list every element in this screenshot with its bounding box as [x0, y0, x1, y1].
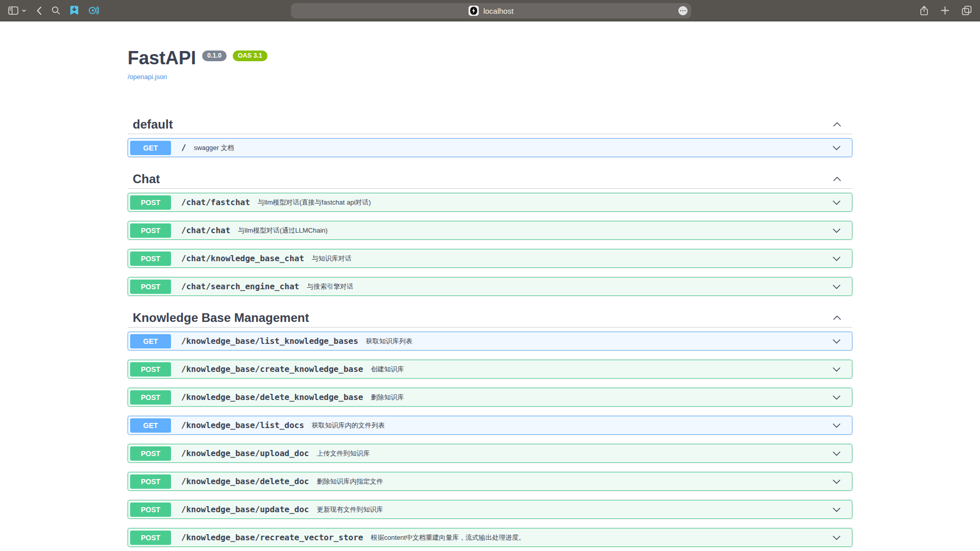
expand-operation-button[interactable] — [831, 143, 842, 153]
expand-operation-button[interactable] — [831, 197, 842, 208]
chevron-down-icon — [831, 477, 842, 487]
operation-summary: 删除知识库 — [371, 393, 404, 402]
tab-overview-icon — [962, 6, 972, 15]
expand-operation-button[interactable] — [831, 254, 842, 264]
url-text: localhost — [483, 7, 513, 15]
method-badge: GET — [130, 418, 171, 433]
bookmark-extension-button[interactable] — [70, 6, 79, 15]
new-tab-icon — [941, 6, 949, 15]
search-button[interactable] — [52, 6, 60, 15]
rings-extension-button[interactable] — [88, 6, 99, 15]
operation-summary: 与llm模型对话(通过LLMChain) — [238, 226, 328, 235]
chevron-up-icon — [832, 119, 842, 130]
openapi-json-link[interactable]: /openapi.json — [128, 73, 167, 81]
opblock-post-chat-chat[interactable]: POST/chat/chat与llm模型对话(通过LLMChain) — [128, 221, 852, 240]
opblock-post-knowledge-base-delete-knowledge-base[interactable]: POST/knowledge_base/delete_knowledge_bas… — [128, 388, 852, 407]
tag-section-knowledge-base-management: Knowledge Base ManagementGET/knowledge_b… — [128, 305, 852, 547]
operation-path: /knowledge_base/upload_doc — [181, 448, 309, 458]
expand-operation-button[interactable] — [831, 336, 842, 346]
tag-title: Knowledge Base Management — [133, 310, 309, 325]
search-icon — [52, 6, 60, 15]
expand-operation-button[interactable] — [831, 392, 842, 403]
expand-operation-button[interactable] — [831, 282, 842, 292]
tag-header-default[interactable]: default — [128, 112, 852, 134]
chevron-down-icon — [831, 143, 842, 153]
chevron-down-icon — [831, 254, 842, 264]
expand-operation-button[interactable] — [831, 448, 842, 459]
address-bar[interactable]: localhost — [291, 3, 691, 18]
expand-operation-button[interactable] — [831, 226, 842, 236]
share-button[interactable] — [920, 6, 928, 16]
sidebar-menu-chevron-icon — [21, 9, 27, 13]
operation-path: /knowledge_base/create_knowledge_base — [181, 364, 363, 374]
chevron-up-icon — [832, 313, 842, 323]
expand-operation-button[interactable] — [831, 533, 842, 543]
version-badge: 0.1.0 — [202, 51, 227, 61]
opblock-post-chat-search-engine-chat[interactable]: POST/chat/search_engine_chat与搜索引擎对话 — [128, 277, 852, 296]
method-badge: POST — [130, 252, 171, 266]
operation-path: /knowledge_base/delete_doc — [181, 477, 309, 486]
opblock-get-knowledge-base-list-knowledge-bases[interactable]: GET/knowledge_base/list_knowledge_bases获… — [128, 332, 852, 350]
method-badge: POST — [130, 362, 171, 377]
operation-summary: 根据content中文档重建向量库，流式输出处理进度。 — [371, 533, 525, 542]
tag-title: Chat — [133, 171, 160, 186]
tag-header-chat[interactable]: Chat — [128, 166, 852, 189]
operation-summary: 更新现有文件到知识库 — [316, 505, 383, 514]
operation-path: /knowledge_base/update_doc — [181, 505, 309, 514]
sidebar-icon — [8, 6, 19, 15]
sidebar-toggle-button[interactable] — [8, 6, 27, 15]
opblock-post-chat-knowledge-base-chat[interactable]: POST/chat/knowledge_base_chat与知识库对话 — [128, 249, 852, 268]
method-badge: POST — [130, 223, 171, 238]
tag-header-knowledge-base-management[interactable]: Knowledge Base Management — [128, 305, 852, 328]
api-info: FastAPI 0.1.0 OAS 3.1 /openapi.json — [128, 47, 852, 81]
operation-path: /chat/knowledge_base_chat — [181, 254, 304, 263]
opblock-get-knowledge-base-list-docs[interactable]: GET/knowledge_base/list_docs获取知识库内的文件列表 — [128, 416, 852, 435]
operation-summary: 获取知识库列表 — [366, 337, 412, 346]
operation-summary: 创建知识库 — [371, 365, 404, 374]
opblock-post-knowledge-base-update-doc[interactable]: POST/knowledge_base/update_doc更新现有文件到知识库 — [128, 500, 852, 519]
browser-chrome: localhost — [0, 0, 980, 21]
opblock-post-chat-fastchat[interactable]: POST/chat/fastchat与llm模型对话(直接与fastchat a… — [128, 193, 852, 212]
back-button[interactable] — [36, 6, 42, 15]
opblock-post-knowledge-base-create-knowledge-base[interactable]: POST/knowledge_base/create_knowledge_bas… — [128, 360, 852, 379]
method-badge: POST — [130, 474, 171, 489]
operation-path: /knowledge_base/list_docs — [181, 420, 304, 430]
method-badge: POST — [130, 390, 171, 405]
page-title: FastAPI — [128, 47, 196, 69]
toolbar-right — [908, 6, 972, 16]
method-badge: GET — [130, 334, 171, 348]
operation-path: /chat/fastchat — [181, 197, 250, 207]
method-badge: POST — [130, 446, 171, 461]
bookmark-extension-icon — [70, 6, 79, 15]
chevron-down-icon — [831, 505, 842, 515]
operation-summary: 与llm模型对话(直接与fastchat api对话) — [258, 198, 371, 207]
more-ellipsis-icon — [678, 6, 688, 16]
method-badge: POST — [130, 195, 171, 210]
operations-list: GET/swagger 文档 — [128, 134, 852, 157]
operation-path: /knowledge_base/recreate_vector_store — [181, 533, 363, 542]
new-tab-button[interactable] — [941, 6, 949, 15]
address-site: localhost — [469, 6, 513, 16]
rings-extension-icon — [88, 6, 99, 15]
chevron-down-icon — [831, 282, 842, 292]
operation-summary: 删除知识库内指定文件 — [316, 477, 383, 486]
method-badge: POST — [130, 503, 171, 517]
operation-summary: 与知识库对话 — [312, 254, 352, 263]
operation-summary: 上传文件到知识库 — [316, 449, 370, 458]
chevron-down-icon — [831, 336, 842, 346]
expand-operation-button[interactable] — [831, 364, 842, 374]
operation-path: /knowledge_base/list_knowledge_bases — [181, 336, 358, 346]
tab-overview-button[interactable] — [962, 6, 972, 15]
page-settings-button[interactable] — [678, 6, 688, 18]
expand-operation-button[interactable] — [831, 505, 842, 515]
chevron-down-icon — [831, 392, 842, 403]
opblock-post-knowledge-base-upload-doc[interactable]: POST/knowledge_base/upload_doc上传文件到知识库 — [128, 444, 852, 463]
expand-operation-button[interactable] — [831, 420, 842, 431]
opblock-post-knowledge-base-delete-doc[interactable]: POST/knowledge_base/delete_doc删除知识库内指定文件 — [128, 472, 852, 491]
opblock-post-knowledge-base-recreate-vector-store[interactable]: POST/knowledge_base/recreate_vector_stor… — [128, 528, 852, 547]
operations-list: GET/knowledge_base/list_knowledge_bases获… — [128, 328, 852, 547]
opblock-get-root[interactable]: GET/swagger 文档 — [128, 138, 852, 157]
expand-operation-button[interactable] — [831, 477, 842, 487]
operation-path: /knowledge_base/delete_knowledge_base — [181, 392, 363, 402]
operation-path: /chat/search_engine_chat — [181, 282, 299, 291]
